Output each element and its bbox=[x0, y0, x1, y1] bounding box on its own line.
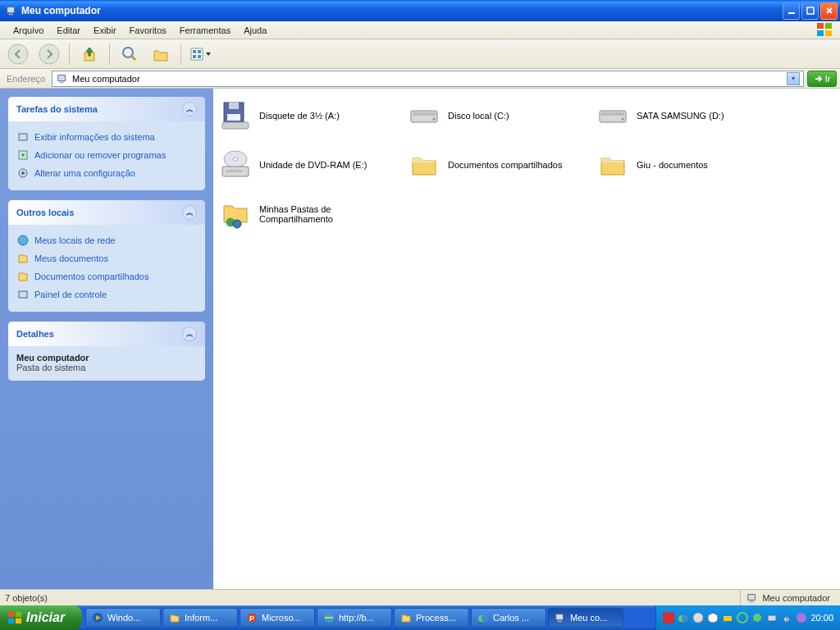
tray-icon[interactable] bbox=[678, 612, 689, 623]
item-label: Minhas Pastas de Compartilhamento bbox=[259, 204, 407, 224]
taskbar-button[interactable]: Inform... bbox=[162, 608, 238, 628]
link-docs-compart[interactable]: Documentos compartilhados bbox=[16, 267, 197, 285]
taskbar-label: Meu co... bbox=[570, 613, 607, 623]
folders-button[interactable] bbox=[148, 41, 174, 67]
panel-header[interactable]: Detalhes ︽ bbox=[8, 322, 205, 346]
taskbar-button[interactable]: http://b... bbox=[317, 608, 392, 628]
menu-favoritos[interactable]: Favoritos bbox=[123, 23, 173, 38]
collapse-icon[interactable]: ︽ bbox=[182, 326, 197, 341]
drive-item[interactable]: Minhas Pastas de Compartilhamento bbox=[218, 197, 407, 231]
svg-rect-45 bbox=[16, 619, 21, 623]
svg-point-59 bbox=[753, 614, 761, 622]
separator bbox=[109, 43, 110, 65]
menu-arquivo[interactable]: Arquivo bbox=[7, 23, 50, 38]
svg-rect-15 bbox=[198, 55, 201, 58]
svg-rect-25 bbox=[229, 103, 239, 109]
link-painel-controle[interactable]: Painel de controle bbox=[16, 285, 197, 304]
menu-ajuda[interactable]: Ajuda bbox=[237, 23, 273, 38]
go-button[interactable]: Ir bbox=[807, 71, 837, 87]
tray-icon[interactable] bbox=[707, 612, 719, 623]
views-button[interactable] bbox=[188, 41, 214, 67]
menu-editar[interactable]: Editar bbox=[50, 23, 87, 38]
svg-point-55 bbox=[682, 615, 688, 622]
tray-icon[interactable] bbox=[766, 612, 778, 623]
tray-icon[interactable] bbox=[796, 612, 807, 623]
taskbar-button[interactable]: Windo... bbox=[85, 608, 161, 628]
svg-rect-40 bbox=[748, 594, 756, 600]
drive-item[interactable]: Documentos compartilhados bbox=[407, 148, 596, 182]
address-combo[interactable]: Meu computador ▾ bbox=[52, 71, 804, 87]
svg-point-61 bbox=[797, 613, 806, 623]
panel-header[interactable]: Outros locais ︽ bbox=[8, 200, 205, 225]
system-tray[interactable]: 20:00 bbox=[655, 605, 840, 630]
svg-rect-27 bbox=[222, 122, 249, 129]
tray-icon[interactable] bbox=[692, 612, 704, 623]
statusbar: 7 objeto(s) Meu computador bbox=[0, 589, 840, 605]
svg-rect-1 bbox=[9, 14, 13, 16]
taskbar-button[interactable]: Meu co... bbox=[548, 608, 623, 628]
window-title: Meu computador bbox=[21, 5, 783, 16]
drive-item[interactable]: Giu - documentos bbox=[596, 148, 784, 182]
close-button[interactable] bbox=[820, 2, 838, 20]
menu-ferramentas[interactable]: Ferramentas bbox=[173, 23, 237, 38]
link-label: Meus documentos bbox=[34, 253, 108, 263]
tray-icon[interactable] bbox=[737, 612, 748, 623]
drive-item[interactable]: SATA SAMSUNG (D:) bbox=[596, 98, 784, 133]
folder-icon bbox=[596, 148, 630, 182]
svg-point-56 bbox=[693, 613, 703, 623]
floppy-icon bbox=[218, 98, 253, 133]
content-area: Disquete de 3½ (A:)Disco local (C:)SATA … bbox=[213, 89, 840, 589]
separator bbox=[180, 43, 181, 65]
panel-title: Outros locais bbox=[16, 208, 74, 217]
tray-icon[interactable] bbox=[663, 612, 674, 623]
svg-rect-4 bbox=[817, 23, 824, 29]
link-meus-docs[interactable]: Meus documentos bbox=[16, 249, 197, 267]
back-button[interactable] bbox=[5, 41, 31, 67]
svg-rect-44 bbox=[8, 619, 14, 623]
svg-point-39 bbox=[233, 220, 241, 228]
svg-rect-13 bbox=[198, 50, 201, 53]
drive-item[interactable]: Disquete de 3½ (A:) bbox=[218, 98, 407, 133]
main-area: Tarefas do sistema ︽ Exibir informações … bbox=[0, 89, 840, 589]
settings-icon bbox=[16, 167, 30, 180]
dropdown-icon[interactable]: ▾ bbox=[787, 72, 800, 85]
address-value: Meu computador bbox=[72, 74, 140, 84]
svg-text:P: P bbox=[249, 614, 254, 623]
tray-icon[interactable] bbox=[722, 612, 733, 623]
svg-rect-32 bbox=[601, 112, 624, 116]
menu-exibir[interactable]: Exibir bbox=[87, 23, 123, 38]
programs-icon bbox=[16, 148, 30, 162]
drive-item[interactable]: Disco local (C:) bbox=[407, 98, 596, 133]
link-exibir-info[interactable]: Exibir informações do sistema bbox=[16, 128, 197, 146]
panel-header[interactable]: Tarefas do sistema ︽ bbox=[8, 97, 205, 121]
minimize-button[interactable] bbox=[783, 2, 800, 20]
drive-item[interactable]: Unidade de DVD-RAM (E:) bbox=[218, 148, 407, 182]
link-adicionar-remover[interactable]: Adicionar ou remover programas bbox=[16, 146, 197, 164]
svg-rect-52 bbox=[556, 614, 564, 620]
panel-tarefas: Tarefas do sistema ︽ Exibir informações … bbox=[8, 97, 205, 190]
tray-icon[interactable] bbox=[781, 612, 792, 623]
link-locais-rede[interactable]: Meus locais de rede bbox=[16, 231, 197, 249]
link-alterar-config[interactable]: Alterar uma configuração bbox=[16, 164, 197, 182]
separator bbox=[69, 43, 70, 65]
tray-icon[interactable] bbox=[751, 612, 763, 623]
taskbar-button[interactable]: PMicroso... bbox=[240, 608, 315, 628]
taskbar-button[interactable]: Process... bbox=[394, 608, 469, 628]
svg-rect-14 bbox=[193, 55, 196, 58]
detail-subtitle: Pasta do sistema bbox=[16, 363, 197, 372]
maximize-button[interactable] bbox=[801, 2, 819, 20]
start-button[interactable]: Iniciar bbox=[0, 605, 82, 630]
clock[interactable]: 20:00 bbox=[810, 613, 833, 623]
taskbar-label: Microso... bbox=[262, 613, 301, 623]
svg-rect-0 bbox=[7, 7, 15, 13]
collapse-icon[interactable]: ︽ bbox=[182, 102, 197, 116]
taskbar-button[interactable]: Carlos ... bbox=[471, 608, 546, 628]
sidebar: Tarefas do sistema ︽ Exibir informações … bbox=[0, 89, 213, 589]
search-button[interactable] bbox=[116, 41, 143, 67]
link-label: Alterar uma configuração bbox=[34, 168, 135, 178]
taskbar-label: Inform... bbox=[185, 613, 217, 623]
forward-button[interactable] bbox=[36, 41, 62, 67]
up-button[interactable] bbox=[76, 41, 103, 67]
collapse-icon[interactable]: ︽ bbox=[182, 205, 197, 220]
computer-icon bbox=[56, 72, 69, 85]
